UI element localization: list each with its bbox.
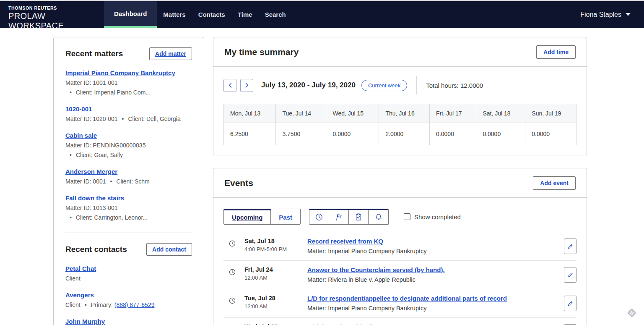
contact-link[interactable]: Avengers (65, 291, 94, 299)
filter-events-button[interactable] (309, 210, 329, 224)
edit-event-button[interactable] (564, 296, 576, 311)
contact-phone-link[interactable]: (888) 877-6529 (114, 301, 155, 308)
table-hours-row: 6.2500 3.7500 0.0000 2.0000 0.0000 0.000… (224, 123, 576, 145)
event-time: 12:00 AM (244, 275, 307, 281)
matter-link[interactable]: 1020-001 (65, 105, 92, 113)
contact-type: Client (65, 275, 80, 282)
day-column-header: Tue, Jul 14 (276, 104, 326, 123)
current-week-badge[interactable]: Current week (361, 80, 407, 91)
matter-client: Client: Dell, Georgia (128, 115, 180, 122)
tab-past[interactable]: Past (271, 209, 300, 224)
brand-line1: THOMSON REUTERS (8, 5, 96, 10)
contact-list-item: Avengers Client•Primary: (888) 877-6529 (65, 291, 192, 310)
chevron-left-icon (228, 82, 232, 88)
primary-label: Primary: (91, 301, 113, 308)
day-column-header: Fri, Jul 17 (430, 104, 476, 123)
matter-list-item: Cabin sale Matter ID: PENDING00000035•Cl… (65, 132, 192, 160)
day-column-header: Thu, Jul 16 (379, 104, 430, 123)
matter-id: Matter ID: PENDING00000035 (65, 142, 145, 149)
clock-icon (229, 297, 236, 304)
nav-tab-matters[interactable]: Matters (157, 1, 192, 28)
time-summary-title: My time summary (224, 47, 299, 57)
matter-id: Matter ID: 0001 (65, 178, 106, 185)
nav-tab-dashboard[interactable]: Dashboard (104, 1, 157, 28)
main-nav: Dashboard Matters Contacts Time Search (104, 1, 292, 28)
matter-list-item: Anderson Merger Matter ID: 0001•Client: … (65, 168, 192, 186)
chevron-down-icon (626, 13, 631, 16)
contact-link[interactable]: John Murphy (65, 318, 105, 325)
event-row: Fri, Jul 24 12:00 AM Answer to the Count… (223, 261, 576, 289)
bell-icon (374, 213, 383, 221)
events-card: Events Add event Upcoming Past (213, 168, 587, 325)
pencil-icon (567, 300, 574, 307)
event-matter: Matter: Imperial Piano Company Bankruptc… (307, 248, 556, 254)
nav-tab-contacts[interactable]: Contacts (192, 1, 231, 28)
pencil-icon (567, 272, 574, 278)
event-date: Sat, Jul 18 (244, 238, 307, 244)
matter-link[interactable]: Imperial Piano Company Bankruptcy (65, 69, 175, 76)
event-row: Tue, Jul 28 12:00 AM L/D for respondent/… (223, 289, 576, 318)
table-header-row: Mon, Jul 13 Tue, Jul 14 Wed, Jul 15 Thu,… (224, 104, 576, 123)
time-summary-card: My time summary Add time July 13, 2020 -… (213, 37, 587, 155)
add-time-button[interactable]: Add time (536, 45, 576, 59)
time-summary-table: Mon, Jul 13 Tue, Jul 14 Wed, Jul 15 Thu,… (223, 104, 576, 145)
matter-client: Client: Schm (116, 178, 149, 185)
previous-week-button[interactable] (223, 79, 236, 92)
day-hours-cell: 0.0000 (476, 123, 525, 145)
day-hours-cell: 0.0000 (525, 123, 576, 145)
contact-list-item: John Murphy Client (65, 318, 192, 325)
event-title-link[interactable]: L/D for respondent/appellee to designate… (307, 295, 507, 302)
day-hours-cell: 2.0000 (379, 123, 430, 145)
matter-id: Matter ID: 1013-001 (65, 204, 118, 211)
bullet-separator: • (122, 115, 124, 122)
event-time: 4:00 PM-5:00 PM (244, 246, 307, 252)
nav-tab-time[interactable]: Time (231, 1, 259, 28)
event-title-link[interactable]: Initial meeting with client (307, 323, 382, 325)
events-title: Events (224, 178, 253, 188)
show-completed-checkbox[interactable] (404, 213, 410, 220)
add-event-button[interactable]: Add event (533, 176, 576, 190)
add-contact-button[interactable]: Add contact (146, 243, 192, 256)
app-logo[interactable]: THOMSON REUTERS PROLAW WORKSPACE (0, 1, 104, 28)
clipboard-check-icon (354, 213, 363, 221)
user-menu[interactable]: Fiona Staples (580, 1, 644, 28)
brand-line2: PROLAW WORKSPACE (8, 11, 96, 31)
matter-client: Client: Carrington, Leonor... (76, 214, 148, 221)
filter-milestones-button[interactable] (329, 210, 349, 224)
event-matter: Matter: Riviera in Blue v. Apple Republi… (307, 276, 556, 283)
matter-list-item: 1020-001 Matter ID: 1020-001•Client: Del… (65, 105, 192, 124)
contact-list-item: Petal Chat Client (65, 265, 192, 283)
next-week-button[interactable] (240, 79, 253, 92)
bullet-separator: • (70, 152, 72, 158)
event-date: Fri, Jul 24 (244, 266, 307, 273)
contact-link[interactable]: Petal Chat (65, 265, 96, 272)
edit-event-button[interactable] (564, 239, 576, 254)
matter-id: Matter ID: 1001-001 (65, 79, 118, 86)
watermark-icon (626, 307, 638, 321)
day-column-header: Sun, Jul 19 (525, 104, 576, 123)
add-matter-button[interactable]: Add matter (149, 47, 192, 60)
matter-link[interactable]: Anderson Merger (65, 168, 117, 175)
event-matter: Matter: Imperial Piano Company Bankruptc… (307, 305, 556, 312)
recent-contacts-title: Recent contacts (65, 245, 127, 254)
sidebar-divider (65, 233, 193, 233)
matter-link[interactable]: Cabin sale (65, 132, 97, 139)
filter-tasks-button[interactable] (349, 210, 369, 224)
event-title-link[interactable]: Record received from KQ (307, 238, 383, 245)
bullet-separator: • (70, 214, 72, 221)
edit-event-button[interactable] (564, 267, 576, 283)
matter-link[interactable]: Fall down the stairs (65, 194, 124, 202)
event-date: Tue, Jul 28 (244, 295, 307, 301)
top-nav: THOMSON REUTERS PROLAW WORKSPACE Dashboa… (0, 0, 644, 28)
nav-tab-search[interactable]: Search (259, 1, 292, 28)
matter-client: Client: Imperial Piano Com... (76, 89, 151, 96)
tab-upcoming[interactable]: Upcoming (224, 209, 271, 224)
day-hours-cell: 0.0000 (430, 123, 476, 145)
clock-icon (229, 240, 236, 247)
event-title-link[interactable]: Answer to the Counterclaim served (by ha… (307, 266, 445, 273)
filter-reminders-button[interactable] (369, 210, 388, 224)
clock-icon (229, 268, 236, 276)
events-tab-group: Upcoming Past (223, 209, 301, 225)
show-completed-control: Show completed (404, 213, 461, 220)
day-column-header: Mon, Jul 13 (224, 104, 276, 123)
